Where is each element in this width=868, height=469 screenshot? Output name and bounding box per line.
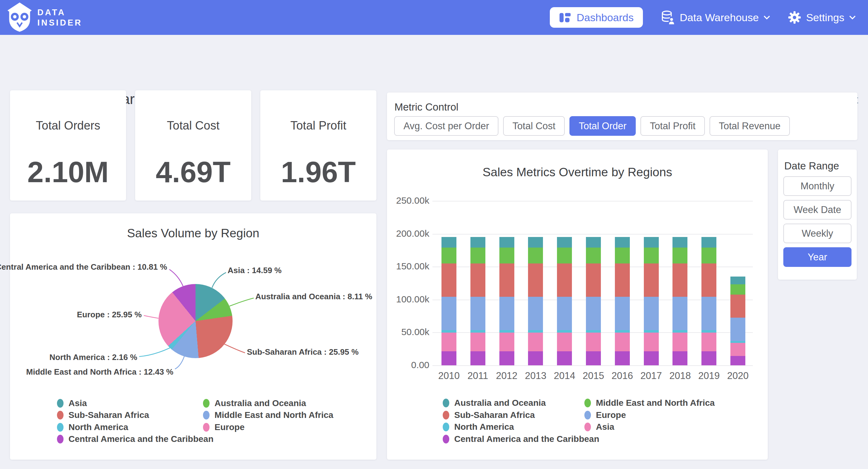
bar-segment[interactable] bbox=[557, 263, 572, 297]
bar-segment[interactable] bbox=[702, 332, 716, 351]
bar-segment[interactable] bbox=[673, 332, 687, 351]
bar-segment[interactable] bbox=[702, 237, 716, 247]
date-range-option-button[interactable]: Weekly bbox=[783, 224, 851, 243]
bar-segment[interactable] bbox=[615, 332, 630, 351]
bar-segment[interactable] bbox=[557, 247, 572, 263]
bar-segment[interactable] bbox=[499, 237, 514, 247]
bar-segment[interactable] bbox=[528, 263, 543, 297]
bar-segment[interactable] bbox=[528, 351, 543, 365]
metric-option-button[interactable]: Total Cost bbox=[503, 116, 565, 136]
bar-segment[interactable] bbox=[441, 332, 457, 351]
bar-segment[interactable] bbox=[441, 263, 457, 297]
legend-item[interactable]: Australia and Oceania bbox=[203, 398, 306, 408]
bar-segment[interactable] bbox=[586, 351, 601, 365]
legend-item[interactable]: Sub-Saharan Africa bbox=[443, 410, 535, 420]
bar-segment[interactable] bbox=[499, 332, 514, 351]
legend-item[interactable]: Central America and the Caribbean bbox=[443, 434, 599, 444]
bar-segment[interactable] bbox=[673, 247, 687, 263]
bar-segment[interactable] bbox=[615, 237, 630, 247]
bar-segment[interactable] bbox=[673, 351, 687, 365]
bar-segment[interactable] bbox=[615, 297, 630, 330]
bar-segment[interactable] bbox=[673, 237, 687, 247]
nav-item-data-warehouse[interactable]: Data Warehouse bbox=[661, 10, 770, 25]
date-range-option-button[interactable]: Year bbox=[783, 247, 851, 267]
bar-segment[interactable] bbox=[470, 263, 485, 297]
bar-segment[interactable] bbox=[615, 263, 630, 297]
bar-segment[interactable] bbox=[528, 330, 543, 333]
bar-segment[interactable] bbox=[557, 330, 572, 333]
date-range-option-button[interactable]: Monthly bbox=[783, 176, 851, 196]
bar-segment[interactable] bbox=[586, 263, 601, 297]
bar-segment[interactable] bbox=[731, 341, 745, 343]
bar-segment[interactable] bbox=[557, 332, 572, 351]
legend-item[interactable]: Middle East and North Africa bbox=[203, 410, 334, 420]
bar-segment[interactable] bbox=[470, 237, 485, 247]
bar-segment[interactable] bbox=[528, 332, 543, 351]
bar-segment[interactable] bbox=[499, 247, 514, 263]
bar-segment[interactable] bbox=[673, 330, 687, 333]
bar-segment[interactable] bbox=[731, 318, 745, 341]
bar-segment[interactable] bbox=[470, 247, 485, 263]
bar-segment[interactable] bbox=[731, 343, 745, 356]
nav-item-dashboards[interactable]: Dashboards bbox=[550, 7, 643, 28]
nav-item-settings[interactable]: Settings bbox=[788, 11, 856, 24]
legend-item[interactable]: Asia bbox=[57, 398, 87, 408]
bar-segment[interactable] bbox=[441, 297, 457, 330]
brand-logo[interactable]: DATA INSIDER bbox=[7, 2, 83, 33]
bar-segment[interactable] bbox=[441, 330, 457, 333]
bar-segment[interactable] bbox=[499, 330, 514, 333]
metric-option-button[interactable]: Total Profit bbox=[641, 116, 705, 136]
bar-segment[interactable] bbox=[586, 297, 601, 330]
metric-option-button[interactable]: Avg. Cost per Order bbox=[394, 116, 498, 136]
bar-segment[interactable] bbox=[586, 247, 601, 263]
bar-segment[interactable] bbox=[644, 351, 659, 365]
legend-item[interactable]: Australia and Oceania bbox=[443, 398, 546, 408]
bar-segment[interactable] bbox=[441, 247, 457, 263]
bar-segment[interactable] bbox=[557, 351, 572, 365]
date-range-option-button[interactable]: Week Date bbox=[783, 200, 851, 219]
bar-segment[interactable] bbox=[673, 263, 687, 297]
bar-segment[interactable] bbox=[441, 237, 457, 247]
bar-segment[interactable] bbox=[644, 263, 659, 297]
bar-segment[interactable] bbox=[528, 237, 543, 247]
bar-segment[interactable] bbox=[644, 332, 659, 351]
legend-item[interactable]: Europe bbox=[203, 422, 244, 432]
legend-item[interactable]: Europe bbox=[584, 410, 626, 420]
bar-segment[interactable] bbox=[702, 297, 716, 330]
bar-segment[interactable] bbox=[702, 247, 716, 263]
bar-segment[interactable] bbox=[470, 297, 485, 330]
metric-option-button[interactable]: Total Revenue bbox=[710, 116, 790, 136]
legend-item[interactable]: Central America and the Caribbean bbox=[57, 434, 214, 444]
bar-segment[interactable] bbox=[644, 247, 659, 263]
bar-segment[interactable] bbox=[470, 332, 485, 351]
legend-item[interactable]: Sub-Saharan Africa bbox=[57, 410, 149, 420]
bar-segment[interactable] bbox=[731, 356, 745, 365]
bar-segment[interactable] bbox=[615, 330, 630, 333]
bar-segment[interactable] bbox=[702, 330, 716, 333]
bar-segment[interactable] bbox=[499, 351, 514, 365]
bar-segment[interactable] bbox=[441, 351, 457, 365]
metric-option-button[interactable]: Total Order bbox=[569, 116, 636, 136]
bar-segment[interactable] bbox=[615, 247, 630, 263]
pie-chart[interactable] bbox=[158, 284, 232, 358]
bar-segment[interactable] bbox=[557, 237, 572, 247]
bar-segment[interactable] bbox=[644, 237, 659, 247]
bar-segment[interactable] bbox=[731, 276, 745, 284]
bar-segment[interactable] bbox=[586, 330, 601, 333]
bar-segment[interactable] bbox=[499, 263, 514, 297]
bar-segment[interactable] bbox=[644, 297, 659, 330]
bar-segment[interactable] bbox=[586, 332, 601, 351]
legend-item[interactable]: Middle East and North Africa bbox=[584, 398, 715, 408]
bar-segment[interactable] bbox=[731, 295, 745, 318]
bar-segment[interactable] bbox=[702, 351, 716, 365]
bar-segment[interactable] bbox=[528, 297, 543, 330]
bar-segment[interactable] bbox=[470, 330, 485, 333]
bar-segment[interactable] bbox=[731, 284, 745, 295]
bar-segment[interactable] bbox=[499, 297, 514, 330]
bar-segment[interactable] bbox=[557, 297, 572, 330]
bar-segment[interactable] bbox=[702, 263, 716, 297]
legend-item[interactable]: Asia bbox=[584, 422, 614, 432]
legend-item[interactable]: North America bbox=[443, 422, 514, 432]
bar-segment[interactable] bbox=[528, 247, 543, 263]
bar-segment[interactable] bbox=[586, 237, 601, 247]
